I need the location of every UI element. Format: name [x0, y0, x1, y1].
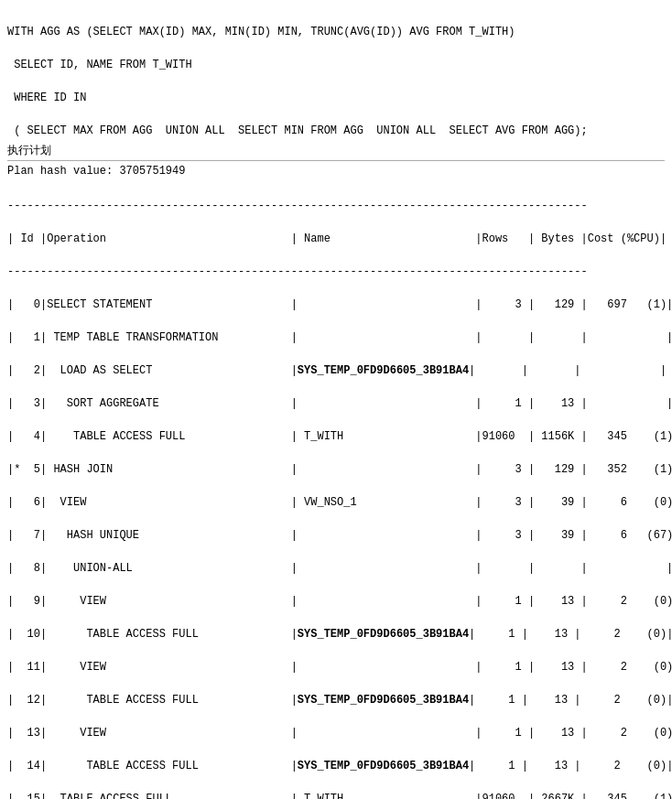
plan-row-7: | 7| HASH UNIQUE | | 3 | 39 | 6 (67)| [7, 529, 672, 542]
plan-row-11: | 11| VIEW | | 1 | 13 | 2 (0)| [7, 661, 672, 674]
execution-plan-label: 执行计划 [7, 143, 665, 158]
plan-row-0: | 0|SELECT STATEMENT | | 3 | 129 | 697 (… [7, 298, 672, 311]
plan-table-divider-top: ----------------------------------------… [7, 200, 588, 212]
plan-table-wrapper: ----------------------------------------… [7, 181, 665, 799]
sql-line3: WHERE ID IN [7, 92, 86, 104]
plan-row-1: | 1| TEMP TABLE TRANSFORMATION | | | | | [7, 331, 672, 344]
plan-row-4: | 4| TABLE ACCESS FULL | T_WITH |91060 |… [7, 430, 672, 443]
plan-row-8: | 8| UNION-ALL | | | | | [7, 562, 672, 575]
plan-divider-header: ----------------------------------------… [7, 265, 588, 278]
sql-line4: ( SELECT MAX FROM AGG UNION ALL SELECT M… [7, 124, 588, 137]
plan-row-13: | 13| VIEW | | 1 | 13 | 2 (0)| [7, 727, 672, 740]
plan-row-15: | 15| TABLE ACCESS FULL | T_WITH |91060 … [7, 793, 672, 799]
sql-line2: SELECT ID, NAME FROM T_WITH [7, 59, 192, 71]
plan-row-2: | 2| LOAD AS SELECT |SYS_TEMP_0FD9D6605_… [7, 364, 667, 377]
sql-line1: WITH AGG AS (SELECT MAX(ID) MAX, MIN(ID)… [7, 26, 515, 38]
plan-row-9: | 9| VIEW | | 1 | 13 | 2 (0)| [7, 595, 672, 608]
plan-row-5: |* 5| HASH JOIN | | 3 | 129 | 352 (1)| [7, 463, 672, 476]
plan-row-14: | 14| TABLE ACCESS FULL |SYS_TEMP_0FD9D6… [7, 760, 672, 772]
plan-header: | Id |Operation | Name |Rows | Bytes |Co… [7, 232, 667, 245]
sql-block: WITH AGG AS (SELECT MAX(ID) MAX, MIN(ID)… [7, 7, 665, 139]
plan-hash-value: Plan hash value: 3705751949 [7, 165, 665, 178]
plan-row-10: | 10| TABLE ACCESS FULL |SYS_TEMP_0FD9D6… [7, 628, 672, 641]
plan-row-12: | 12| TABLE ACCESS FULL |SYS_TEMP_0FD9D6… [7, 694, 672, 707]
plan-row-6: | 6| VIEW | VW_NSO_1 | 3 | 39 | 6 (0)| [7, 496, 672, 509]
divider-1 [7, 160, 665, 161]
plan-row-3: | 3| SORT AGGREGATE | | 1 | 13 | | [7, 397, 672, 410]
